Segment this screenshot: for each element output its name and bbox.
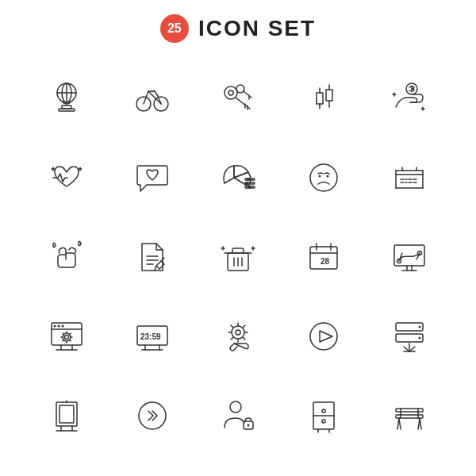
icon-keys	[195, 59, 281, 138]
svg-point-88	[62, 325, 64, 328]
icon-candlestick-chart	[281, 59, 367, 138]
svg-point-39	[319, 175, 321, 178]
svg-line-115	[243, 325, 245, 328]
header-title: Icon set	[198, 16, 316, 41]
svg-point-137	[322, 409, 325, 413]
svg-point-93	[65, 336, 69, 340]
svg-point-122	[419, 337, 421, 340]
header: 25 Icon set	[0, 0, 476, 51]
icon-bicycle	[109, 59, 195, 138]
svg-point-40	[327, 175, 329, 178]
icon-recycle-bin	[195, 217, 281, 297]
svg-point-10	[228, 90, 233, 95]
svg-point-87	[58, 325, 60, 328]
icon-double-chevron-right	[109, 376, 195, 455]
svg-line-116	[231, 337, 233, 340]
icon-person-lock	[195, 376, 281, 455]
icon-picture-frame	[24, 376, 109, 455]
svg-rect-5	[59, 109, 75, 111]
icon-pie-chart-settings	[195, 138, 281, 217]
svg-point-37	[248, 186, 251, 189]
icon-web-settings	[24, 297, 109, 376]
svg-point-51	[395, 170, 397, 171]
svg-line-98	[63, 333, 64, 335]
svg-rect-17	[317, 93, 323, 104]
icon-heartbeat	[24, 138, 109, 217]
svg-rect-126	[60, 405, 74, 423]
svg-line-15	[244, 91, 251, 98]
svg-text:28: 28	[321, 257, 330, 266]
svg-line-113	[231, 325, 233, 328]
icon-angry-emoji	[281, 138, 367, 217]
svg-rect-141	[396, 415, 423, 418]
icon-play-circle	[281, 297, 367, 376]
icon-grid: 28	[0, 51, 476, 463]
svg-text:23:59: 23:59	[140, 332, 161, 341]
icon-monitor-curve	[367, 217, 452, 297]
icon-digital-clock: 23:59	[109, 297, 195, 376]
svg-line-99	[70, 340, 71, 342]
svg-point-36	[245, 182, 248, 185]
svg-point-54	[422, 187, 424, 189]
svg-point-117	[310, 323, 337, 350]
icon-globe-trophy	[24, 59, 109, 138]
icon-chat-heart	[109, 138, 195, 217]
svg-line-60	[155, 266, 156, 271]
svg-point-132	[230, 401, 241, 413]
svg-rect-142	[396, 409, 423, 412]
svg-point-138	[322, 420, 325, 423]
icon-file-edit	[109, 217, 195, 297]
svg-marker-118	[320, 331, 332, 342]
icon-hand-wash	[24, 217, 109, 297]
svg-line-145	[399, 418, 401, 429]
svg-point-53	[395, 187, 397, 189]
svg-point-52	[422, 170, 424, 171]
icon-cabinet	[281, 376, 367, 455]
icon-server-download	[367, 297, 452, 376]
svg-rect-20	[326, 90, 332, 101]
svg-point-86	[54, 325, 56, 328]
svg-point-134	[248, 424, 250, 427]
icon-calendar-28: 28	[281, 217, 367, 297]
icon-settings-wrench	[195, 297, 281, 376]
svg-point-38	[310, 164, 337, 191]
icon-bench	[367, 376, 452, 455]
svg-point-121	[419, 326, 421, 328]
icon-close-sign	[367, 138, 452, 217]
svg-line-114	[243, 337, 245, 340]
svg-line-101	[63, 340, 64, 342]
svg-point-108	[236, 330, 240, 335]
icon-money-hand	[367, 59, 452, 138]
svg-point-35	[247, 178, 250, 181]
badge: 25	[160, 14, 189, 43]
svg-line-100	[70, 333, 71, 335]
svg-line-146	[418, 418, 420, 429]
